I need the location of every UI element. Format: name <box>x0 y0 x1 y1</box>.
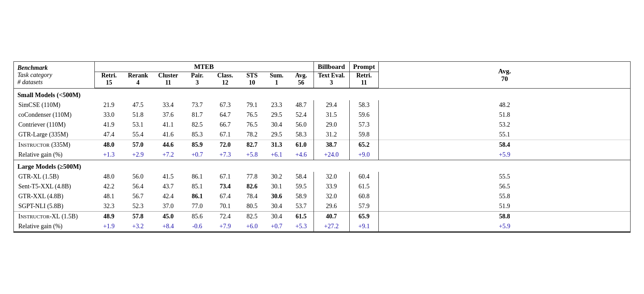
col-prompt-retri-header: Retri.11 <box>349 72 379 89</box>
cell-class: 67.3 <box>211 100 240 110</box>
cell-overall: 51.9 <box>379 201 630 212</box>
gain-label: Relative gain (%) <box>14 150 94 160</box>
cell-sts: 76.5 <box>240 120 264 130</box>
gain-sum: +0.7 <box>264 222 289 232</box>
gain-billboard: +24.0 <box>314 150 349 160</box>
cell-pair: 86.1 <box>184 192 211 201</box>
gain-class: +7.3 <box>211 150 240 160</box>
cell-retri: 32.3 <box>94 201 123 212</box>
cell-overall: 55.5 <box>379 172 630 182</box>
benchmark-header: Benchmark Task category # datasets <box>14 62 94 88</box>
cell-sts: 82.7 <box>240 140 264 150</box>
cell-pair: 86.1 <box>184 172 211 182</box>
billboard-group-header: Billboard <box>314 62 349 72</box>
cell-avg-mteb: 59.5 <box>289 182 314 192</box>
cell-cluster: 33.4 <box>153 100 184 110</box>
cell-billboard: 29.4 <box>314 100 349 110</box>
cell-prompt: 59.6 <box>349 110 379 120</box>
cell-class: 72.0 <box>211 140 240 150</box>
cell-billboard: 29.0 <box>314 120 349 130</box>
cell-overall: 48.2 <box>379 100 630 110</box>
cell-sts: 82.6 <box>240 182 264 192</box>
model-name: GTR-XL (1.5B) <box>14 172 94 182</box>
cell-prompt: 57.9 <box>349 201 379 212</box>
model-name: SimCSE (110M) <box>14 100 94 110</box>
cell-sum: 30.4 <box>264 201 289 212</box>
cell-prompt: 59.8 <box>349 130 379 140</box>
cell-pair: 77.0 <box>184 201 211 212</box>
cell-retri: 48.0 <box>94 172 123 182</box>
instructor-row-large: INSTRUCTOR-XL (1.5B) 48.9 57.8 45.0 85.6… <box>14 212 630 222</box>
avg-header: Avg. 70 <box>379 62 630 88</box>
cell-avg-mteb: 58.3 <box>289 130 314 140</box>
cell-pair: 85.9 <box>184 140 211 150</box>
cell-avg-mteb: 61.5 <box>289 212 314 222</box>
model-name: Sent-T5-XXL (4.8B) <box>14 182 94 192</box>
gain-billboard: +27.2 <box>314 222 349 232</box>
cell-rerank: 56.7 <box>123 192 153 201</box>
gain-avg: +5.3 <box>289 222 314 232</box>
cell-sum: 30.2 <box>264 172 289 182</box>
col-rerank-header: Rerank4 <box>123 72 153 89</box>
cell-overall: 51.8 <box>379 110 630 120</box>
model-name: INSTRUCTOR (335M) <box>14 140 94 150</box>
prompt-group-header: Prompt <box>349 62 379 72</box>
cell-class: 73.4 <box>211 182 240 192</box>
cell-billboard: 40.7 <box>314 212 349 222</box>
model-name: GTR-XXL (4.8B) <box>14 192 94 201</box>
cell-class: 67.1 <box>211 130 240 140</box>
section-small-header: Small Models (<500M) <box>14 88 630 100</box>
cell-sum: 30.4 <box>264 212 289 222</box>
cell-sum: 30.4 <box>264 120 289 130</box>
cell-cluster: 41.5 <box>153 172 184 182</box>
cell-overall: 58.8 <box>379 212 630 222</box>
gain-cluster: +8.4 <box>153 222 184 232</box>
cell-rerank: 55.4 <box>123 130 153 140</box>
cell-billboard: 31.5 <box>314 110 349 120</box>
cell-avg-mteb: 52.4 <box>289 110 314 120</box>
table-row: Sent-T5-XXL (4.8B) 42.2 56.4 43.7 85.1 7… <box>14 182 630 192</box>
cell-overall: 56.5 <box>379 182 630 192</box>
section-large-header: Large Models (≥500M) <box>14 160 630 172</box>
cell-sum: 23.3 <box>264 100 289 110</box>
gain-label: Relative gain (%) <box>14 222 94 232</box>
cell-avg-mteb: 53.7 <box>289 201 314 212</box>
cell-overall: 55.1 <box>379 130 630 140</box>
gain-row-large: Relative gain (%) +1.9 +3.2 +8.4 -0.6 +7… <box>14 222 630 232</box>
cell-cluster: 44.6 <box>153 140 184 150</box>
cell-rerank: 56.4 <box>123 182 153 192</box>
cell-prompt: 60.4 <box>349 172 379 182</box>
cell-pair: 81.7 <box>184 110 211 120</box>
cell-class: 72.4 <box>211 212 240 222</box>
cell-prompt: 65.2 <box>349 140 379 150</box>
cell-sts: 78.2 <box>240 130 264 140</box>
cell-rerank: 47.5 <box>123 100 153 110</box>
cell-retri: 42.2 <box>94 182 123 192</box>
cell-billboard: 32.0 <box>314 172 349 182</box>
gain-rerank: +2.9 <box>123 150 153 160</box>
cell-sts: 78.4 <box>240 192 264 201</box>
header-row-1: Benchmark Task category # datasets MTEB … <box>14 62 630 72</box>
cell-retri: 47.4 <box>94 130 123 140</box>
cell-avg-mteb: 61.0 <box>289 140 314 150</box>
cell-cluster: 43.7 <box>153 182 184 192</box>
gain-class: +7.9 <box>211 222 240 232</box>
table-row: GTR-XXL (4.8B) 48.1 56.7 42.4 86.1 67.4 … <box>14 192 630 201</box>
cell-pair: 73.7 <box>184 100 211 110</box>
col-retri-header: Retri.15 <box>94 72 123 89</box>
model-name: INSTRUCTOR-XL (1.5B) <box>14 212 94 222</box>
mteb-group-header: MTEB <box>94 62 314 72</box>
cell-prompt: 57.3 <box>349 120 379 130</box>
gain-retri: +1.9 <box>94 222 123 232</box>
gain-row-small: Relative gain (%) +1.3 +2.9 +7.2 +0.7 +7… <box>14 150 630 160</box>
table-row: SGPT-NLI (5.8B) 32.3 52.3 37.0 77.0 70.1… <box>14 201 630 212</box>
cell-sts: 76.5 <box>240 110 264 120</box>
cell-avg-mteb: 58.4 <box>289 172 314 182</box>
cell-billboard: 33.9 <box>314 182 349 192</box>
col-class-header: Class.12 <box>211 72 240 89</box>
cell-pair: 85.1 <box>184 182 211 192</box>
cell-class: 70.1 <box>211 201 240 212</box>
gain-sum: +6.1 <box>264 150 289 160</box>
cell-retri: 21.9 <box>94 100 123 110</box>
cell-retri: 48.0 <box>94 140 123 150</box>
